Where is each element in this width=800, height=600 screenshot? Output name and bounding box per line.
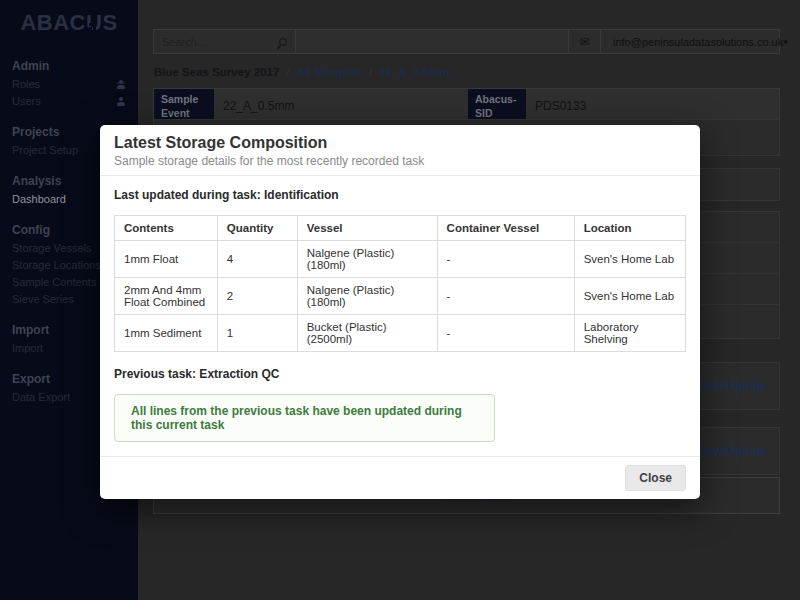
abacus-sid-value: PDS0133 [526,89,779,123]
cell-vessel: Nalgene (Plastic) (180ml) [297,241,437,278]
breadcrumb-survey: Blue Seas Survey 2017 [154,66,279,78]
close-button[interactable]: Close [625,465,686,491]
mail-button[interactable]: ✉ [569,30,601,53]
cell-vessel: Nalgene (Plastic) (180ml) [297,278,437,315]
sidebar-item-roles[interactable]: Roles [0,76,138,93]
search-box [154,30,296,53]
cell-location: Sven's Home Lab [574,278,685,315]
cell-quantity: 4 [217,241,297,278]
cell-contents: 2mm And 4mm Float Combined [115,278,218,315]
account-email: info@peninsuladatasolutions.co.uk [613,36,783,48]
modal-title: Latest Storage Composition [114,134,686,152]
abacus-sid-label: Abacus-SID [468,89,526,123]
cell-contents: 1mm Float [115,241,218,278]
cell-container-vessel: - [437,241,574,278]
table-row: 2mm And 4mm Float Combined 2 Nalgene (Pl… [115,278,686,315]
sidebar-item-label: Sample Contents [12,276,96,288]
column-header-contents: Contents [115,216,218,241]
column-header-container-vessel: Container Vessel [437,216,574,241]
sidebar-item-label: Import [12,342,43,354]
cell-quantity: 2 [217,278,297,315]
cell-location: Laboratory Shelving [574,315,685,352]
logo-abacus-beads-icon [89,23,92,26]
column-header-location: Location [574,216,685,241]
success-alert: All lines from the previous task have be… [114,394,495,442]
cell-location: Sven's Home Lab [574,241,685,278]
cell-vessel: Bucket (Plastic) (2500ml) [297,315,437,352]
logo-text: ABACUS [20,10,117,35]
sidebar-item-label: Dashboard [12,193,66,205]
table-row: 1mm Sediment 1 Bucket (Plastic) (2500ml)… [115,315,686,352]
sidebar-item-label: Storage Locations [12,259,101,271]
last-updated-task-line: Last updated during task: Identification [114,188,686,202]
storage-composition-modal: Latest Storage Composition Sample storag… [100,125,700,499]
search-input[interactable] [162,36,279,48]
breadcrumb-separator: / [369,66,372,78]
chevron-down-icon: ▾ [783,37,788,47]
mail-icon: ✉ [579,35,589,49]
cell-container-vessel: - [437,315,574,352]
modal-header: Latest Storage Composition Sample storag… [100,125,700,176]
breadcrumb: Blue Seas Survey 2017 / All Samples / 22… [154,66,450,78]
sample-event-label: Sample Event [154,89,214,123]
cell-contents: 1mm Sediment [115,315,218,352]
sidebar-item-label: Roles [12,78,40,90]
sidebar-item-label: Data Export [12,391,70,403]
logo-abacus[interactable]: ABACUS [0,10,138,36]
sidebar-item-label: Users [12,95,41,107]
column-header-quantity: Quantity [217,216,297,241]
column-header-vessel: Vessel [297,216,437,241]
breadcrumb-all-samples[interactable]: All Samples [297,66,362,78]
storage-table: Contents Quantity Vessel Container Vesse… [114,215,686,352]
table-header-row: Contents Quantity Vessel Container Vesse… [115,216,686,241]
sidebar-item-label: Sieve Series [12,293,74,305]
sidebar-item-users[interactable]: Users [0,93,138,110]
user-icon [115,97,126,106]
users-group-icon [115,80,126,89]
modal-subtitle: Sample storage details for the most rece… [114,154,686,168]
modal-body: Last updated during task: Identification… [100,176,700,456]
view-update-link[interactable]: View/Update [696,444,767,458]
cell-quantity: 1 [217,315,297,352]
cell-container-vessel: - [437,278,574,315]
app-root: { "sidebar": { "logo": "ABACUS", "sectio… [0,0,800,600]
breadcrumb-sample[interactable]: 22_A_0.5mm [379,66,449,78]
modal-footer: Close [100,456,700,499]
sidebar-item-label: Project Setup [12,144,78,156]
topbar-spacer [296,30,569,53]
topbar: ✉ info@peninsuladatasolutions.co.uk ▾ [153,29,780,54]
sidebar-section-admin: Admin [0,56,138,76]
search-icon[interactable] [279,38,287,46]
breadcrumb-separator: / [287,66,290,78]
view-update-link[interactable]: View/Update [696,379,767,393]
sidebar-item-label: Storage Vessels [12,242,92,254]
previous-task-line: Previous task: Extraction QC [114,367,686,381]
account-dropdown[interactable]: info@peninsuladatasolutions.co.uk ▾ [601,30,779,53]
sample-event-value: 22_A_0.5mm [214,89,468,123]
table-row: 1mm Float 4 Nalgene (Plastic) (180ml) - … [115,241,686,278]
